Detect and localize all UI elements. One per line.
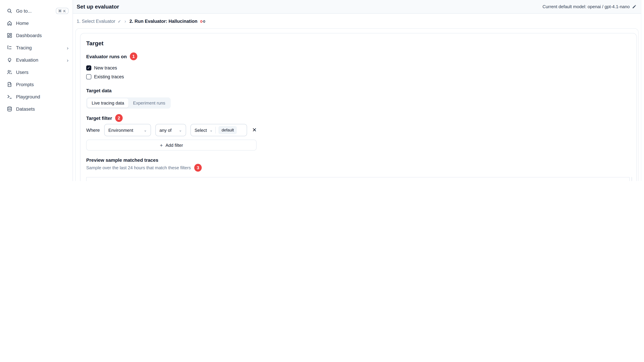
default-model-note: Current default model: openai / gpt-4.1-… <box>542 4 636 9</box>
sidebar-item-label: Prompts <box>16 82 68 87</box>
add-filter-label: Add filter <box>166 142 183 148</box>
sidebar-item-tracing[interactable]: Tracing › <box>0 41 72 54</box>
page-scrollbar[interactable] <box>641 0 644 181</box>
existing-traces-label: Existing traces <box>94 74 124 79</box>
filter-column-select[interactable]: Environment ⌄ <box>104 124 151 136</box>
target-heading: Target <box>86 40 630 47</box>
breadcrumb-stepper: 1. Select Evaluator ✓ › 2. Run Evaluator… <box>75 14 638 28</box>
checkbox-new-traces[interactable]: ✓ New traces <box>86 64 630 72</box>
target-data-tabs: Live tracing data Experiment runs <box>86 97 171 109</box>
step1-label: 1. Select Evaluator <box>77 19 115 24</box>
chevron-right-icon: › <box>67 45 68 50</box>
sidebar-item-label: Dashboards <box>16 33 68 38</box>
tracing-icon <box>7 45 12 50</box>
new-traces-label: New traces <box>94 65 117 70</box>
sidebar-item-users[interactable]: Users <box>0 66 72 78</box>
checkbox-checked-icon[interactable]: ✓ <box>86 65 91 70</box>
sidebar-item-label: Datasets <box>16 106 68 112</box>
evaluator-logo-icon <box>200 19 206 24</box>
target-filter-label: Target filter <box>86 115 112 121</box>
table-header-row: Timestamp▼ Name Input Output Observation… <box>86 177 629 181</box>
terminal-icon <box>7 94 12 99</box>
goto-label: Go to... <box>16 8 56 14</box>
checkbox-unchecked-icon[interactable] <box>86 74 91 79</box>
step-badge-2: 2 <box>115 114 123 122</box>
step-run-evaluator: 2. Run Evaluator: Hallucination <box>130 19 206 24</box>
check-icon: ✓ <box>118 19 121 24</box>
sidebar-item-prompts[interactable]: Prompts <box>0 78 72 91</box>
add-filter-button[interactable]: + Add filter <box>86 140 256 151</box>
plus-icon: + <box>160 142 163 148</box>
where-label: Where <box>86 127 100 133</box>
sidebar-item-datasets[interactable]: Datasets <box>0 103 72 115</box>
checkbox-existing-traces[interactable]: Existing traces <box>86 72 630 81</box>
preview-title: Preview sample matched traces <box>86 157 158 163</box>
filter-row: Where Environment ⌄ any of ⌄ Select ⌄ de… <box>86 124 630 136</box>
step2-label: 2. Run Evaluator: Hallucination <box>130 19 198 24</box>
sidebar-item-dashboards[interactable]: Dashboards <box>0 29 72 41</box>
dashboards-icon <box>7 33 12 38</box>
goto-shortcut: ⌘ K <box>56 8 68 14</box>
filter-operator-value: any of <box>160 127 172 133</box>
goto-search[interactable]: Go to... ⌘ K <box>0 5 72 17</box>
tab-experiment-runs[interactable]: Experiment runs <box>129 98 170 108</box>
evaluator-form-card: Target Evaluator runs on 1 ✓ New traces … <box>75 28 638 181</box>
chevron-separator-icon: › <box>124 19 126 24</box>
divider <box>216 127 216 133</box>
database-icon <box>7 106 12 112</box>
step-select-evaluator[interactable]: 1. Select Evaluator ✓ <box>77 19 121 24</box>
sidebar-item-label: Playground <box>16 94 68 99</box>
sidebar-item-playground[interactable]: Playground <box>0 91 72 103</box>
filter-operator-select[interactable]: any of ⌄ <box>156 124 186 136</box>
filter-value-chip[interactable]: default <box>218 126 237 134</box>
sidebar-item-label: Evaluation <box>16 57 67 63</box>
chevron-down-icon: ⌄ <box>210 128 212 132</box>
filter-column-value: Environment <box>108 127 133 133</box>
remove-filter-button[interactable]: ✕ <box>252 127 257 133</box>
tab-live-tracing-data[interactable]: Live tracing data <box>87 98 129 108</box>
app-window: Go to... ⌘ K Home Dashboards Tracing › E… <box>0 0 644 181</box>
users-icon <box>7 69 12 75</box>
runs-on-label: Evaluator runs on <box>86 54 127 59</box>
chevron-right-icon: › <box>67 57 68 62</box>
preview-subtitle: Sample over the last 24 hours that match… <box>86 165 191 170</box>
filter-value-select[interactable]: Select ⌄ default <box>190 124 247 136</box>
sidebar: Go to... ⌘ K Home Dashboards Tracing › E… <box>0 0 73 181</box>
sidebar-item-label: Users <box>16 69 68 75</box>
page-title: Set up evaluator <box>77 3 119 10</box>
table-scrollbar[interactable] <box>632 177 632 181</box>
sidebar-item-evaluation[interactable]: Evaluation › <box>0 54 72 66</box>
traces-table: Timestamp▼ Name Input Output Observation… <box>86 177 630 181</box>
filter-value-placeholder: Select <box>194 127 207 133</box>
step-badge-3: 3 <box>194 164 202 172</box>
target-data-label: Target data <box>86 88 112 93</box>
target-card: Target Evaluator runs on 1 ✓ New traces … <box>80 33 637 181</box>
chevron-down-icon: ⌄ <box>144 128 147 132</box>
lightbulb-icon <box>7 57 12 63</box>
edit-pencil-icon[interactable] <box>632 4 636 9</box>
page-header: Set up evaluator Current default model: … <box>73 0 644 14</box>
sidebar-item-home[interactable]: Home <box>0 17 72 29</box>
chevron-down-icon: ⌄ <box>179 128 182 132</box>
sidebar-item-label: Tracing <box>16 45 67 50</box>
sidebar-item-label: Home <box>16 20 68 26</box>
step-badge-1: 1 <box>130 52 137 60</box>
default-model-text: Current default model: openai / gpt-4.1-… <box>542 4 630 9</box>
home-icon <box>7 20 12 26</box>
file-code-icon <box>7 82 12 87</box>
search-icon <box>7 8 12 14</box>
